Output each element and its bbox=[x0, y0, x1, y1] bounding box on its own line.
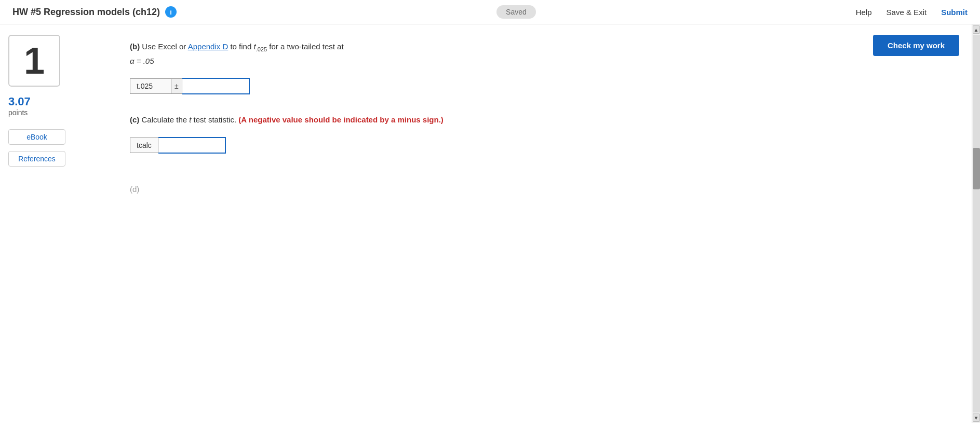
main-container: 1 3.07 points eBook References Check my … bbox=[0, 24, 980, 423]
tcalc-input[interactable] bbox=[158, 137, 226, 154]
scroll-up-arrow[interactable]: ▲ bbox=[973, 25, 980, 34]
t025-label: t.025 bbox=[130, 78, 171, 94]
part-c-input-row: tcalc bbox=[130, 137, 956, 154]
submit-link[interactable]: Submit bbox=[941, 8, 968, 17]
header: HW #5 Regression models (ch12) i Saved H… bbox=[0, 0, 980, 24]
part-d-partial: (d) bbox=[130, 185, 956, 194]
plus-minus-symbol: ± bbox=[171, 78, 182, 94]
header-left: HW #5 Regression models (ch12) i bbox=[12, 6, 177, 18]
part-c-text: (c) Calculate the t test statistic. (A n… bbox=[130, 113, 956, 127]
content-area: Check my work (b) Use Excel or Appendix … bbox=[119, 24, 972, 423]
part-b-text-before: Use Excel or bbox=[142, 42, 187, 51]
part-b-text-end: for a two-tailed test at bbox=[267, 42, 344, 51]
save-exit-link[interactable]: Save & Exit bbox=[887, 8, 927, 17]
check-my-work-button[interactable]: Check my work bbox=[873, 35, 959, 56]
alpha-text: α = .05 bbox=[130, 57, 154, 65]
header-right: Help Save & Exit Submit bbox=[856, 8, 968, 17]
t025-input[interactable] bbox=[182, 78, 250, 94]
help-link[interactable]: Help bbox=[856, 8, 872, 17]
part-c-text-before: Calculate the bbox=[142, 115, 190, 124]
left-panel: 1 3.07 points eBook References bbox=[0, 24, 119, 423]
info-icon[interactable]: i bbox=[165, 6, 177, 18]
ebook-button[interactable]: eBook bbox=[8, 129, 65, 145]
right-scrollbar: ▲ ▼ bbox=[972, 24, 980, 423]
part-c-label: (c) bbox=[130, 115, 139, 124]
part-b: (b) Use Excel or Appendix D to find t.02… bbox=[130, 40, 956, 94]
t-subscript: .025 bbox=[256, 46, 267, 52]
part-b-label: (b) bbox=[130, 42, 140, 51]
points-label: points bbox=[8, 108, 111, 117]
negative-note: (A negative value should be indicated by… bbox=[238, 115, 444, 124]
saved-badge: Saved bbox=[496, 5, 536, 19]
part-b-input-row: t.025 ± bbox=[130, 78, 956, 94]
points-value: 3.07 bbox=[8, 95, 111, 108]
tcalc-label: tcalc bbox=[130, 137, 158, 153]
page-title: HW #5 Regression models (ch12) bbox=[12, 7, 160, 18]
scroll-down-arrow[interactable]: ▼ bbox=[973, 414, 980, 422]
question-number-box: 1 bbox=[8, 35, 60, 87]
scroll-track bbox=[973, 35, 980, 412]
appendix-d-link[interactable]: Appendix D bbox=[188, 42, 229, 51]
part-c-text-after: test statistic. bbox=[191, 115, 236, 124]
references-button[interactable]: References bbox=[8, 151, 65, 167]
part-b-text-after: to find bbox=[228, 42, 253, 51]
part-b-text: (b) Use Excel or Appendix D to find t.02… bbox=[130, 40, 956, 67]
scroll-thumb[interactable] bbox=[973, 148, 980, 189]
points-container: 3.07 points bbox=[8, 95, 111, 117]
part-c: (c) Calculate the t test statistic. (A n… bbox=[130, 113, 956, 154]
question-number: 1 bbox=[24, 42, 45, 79]
part-d-label: (d) bbox=[130, 185, 139, 194]
